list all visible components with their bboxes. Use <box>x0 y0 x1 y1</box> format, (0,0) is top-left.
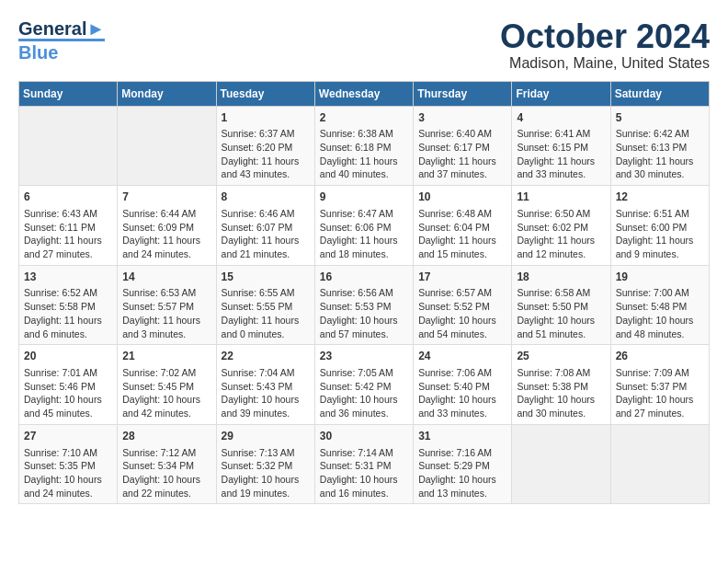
calendar-cell: 22Sunrise: 7:04 AMSunset: 5:43 PMDayligh… <box>216 345 314 425</box>
sunset-text: Sunset: 5:43 PM <box>222 381 293 392</box>
calendar-cell: 15Sunrise: 6:55 AMSunset: 5:55 PMDayligh… <box>216 265 314 345</box>
daylight-text: Daylight: 11 hours and 6 minutes. <box>24 315 102 339</box>
sunset-text: Sunset: 5:48 PM <box>616 301 688 312</box>
day-number: 19 <box>616 270 704 285</box>
sunset-text: Sunset: 5:57 PM <box>122 301 194 312</box>
sunset-text: Sunset: 5:40 PM <box>418 381 490 392</box>
daylight-text: Daylight: 11 hours and 43 minutes. <box>222 155 300 180</box>
daylight-text: Daylight: 11 hours and 27 minutes. <box>24 235 102 259</box>
sunset-text: Sunset: 5:32 PM <box>222 460 293 471</box>
daylight-text: Daylight: 11 hours and 30 minutes. <box>616 155 694 180</box>
col-saturday: Saturday <box>610 81 709 106</box>
sunrise-text: Sunrise: 6:40 AM <box>418 128 492 139</box>
day-number: 8 <box>222 190 310 205</box>
sunrise-text: Sunrise: 6:38 AM <box>320 128 393 139</box>
calendar-cell: 26Sunrise: 7:09 AMSunset: 5:37 PMDayligh… <box>610 345 709 425</box>
header-row: Sunday Monday Tuesday Wednesday Thursday… <box>19 81 710 106</box>
calendar-cell: 18Sunrise: 6:58 AMSunset: 5:50 PMDayligh… <box>512 265 610 345</box>
sunset-text: Sunset: 6:07 PM <box>222 222 293 233</box>
sunrise-text: Sunrise: 6:52 AM <box>24 287 97 298</box>
calendar-cell <box>19 106 118 186</box>
sunrise-text: Sunrise: 7:00 AM <box>616 287 689 298</box>
calendar-cell: 21Sunrise: 7:02 AMSunset: 5:45 PMDayligh… <box>118 345 216 425</box>
sunrise-text: Sunrise: 7:12 AM <box>122 447 196 458</box>
day-number: 5 <box>616 110 704 126</box>
sunset-text: Sunset: 6:00 PM <box>616 222 688 233</box>
sunrise-text: Sunrise: 7:05 AM <box>320 367 393 378</box>
day-number: 29 <box>222 429 310 444</box>
daylight-text: Daylight: 10 hours and 39 minutes. <box>222 394 300 419</box>
day-number: 7 <box>122 190 210 205</box>
sunset-text: Sunset: 5:52 PM <box>418 301 490 312</box>
sunset-text: Sunset: 6:04 PM <box>418 222 490 233</box>
calendar-cell: 28Sunrise: 7:12 AMSunset: 5:34 PMDayligh… <box>118 424 216 504</box>
sunrise-text: Sunrise: 7:04 AM <box>222 367 295 378</box>
sunset-text: Sunset: 5:34 PM <box>122 460 194 471</box>
day-number: 20 <box>24 349 112 364</box>
daylight-text: Daylight: 10 hours and 48 minutes. <box>616 315 694 339</box>
calendar-cell: 20Sunrise: 7:01 AMSunset: 5:46 PMDayligh… <box>19 345 118 425</box>
daylight-text: Daylight: 11 hours and 15 minutes. <box>418 235 496 259</box>
calendar-cell: 7Sunrise: 6:44 AMSunset: 6:09 PMDaylight… <box>118 186 216 266</box>
day-number: 14 <box>122 270 210 285</box>
calendar-cell: 2Sunrise: 6:38 AMSunset: 6:18 PMDaylight… <box>314 106 413 186</box>
calendar-cell: 10Sunrise: 6:48 AMSunset: 6:04 PMDayligh… <box>414 186 512 266</box>
day-number: 26 <box>616 349 704 364</box>
calendar-cell: 29Sunrise: 7:13 AMSunset: 5:32 PMDayligh… <box>216 424 314 504</box>
sunrise-text: Sunrise: 6:53 AM <box>122 287 196 298</box>
sunrise-text: Sunrise: 7:06 AM <box>418 367 492 378</box>
col-wednesday: Wednesday <box>314 81 413 106</box>
daylight-text: Daylight: 11 hours and 24 minutes. <box>122 235 200 259</box>
sunrise-text: Sunrise: 6:41 AM <box>517 128 590 139</box>
calendar-week-row: 6Sunrise: 6:43 AMSunset: 6:11 PMDaylight… <box>19 186 710 266</box>
daylight-text: Daylight: 11 hours and 0 minutes. <box>222 315 300 339</box>
sunrise-text: Sunrise: 6:42 AM <box>616 128 689 139</box>
day-number: 3 <box>418 110 506 126</box>
sunset-text: Sunset: 5:45 PM <box>122 381 194 392</box>
calendar-cell: 16Sunrise: 6:56 AMSunset: 5:53 PMDayligh… <box>314 265 413 345</box>
sunset-text: Sunset: 6:09 PM <box>122 222 194 233</box>
col-sunday: Sunday <box>19 81 118 106</box>
daylight-text: Daylight: 11 hours and 9 minutes. <box>616 235 694 259</box>
calendar-cell: 25Sunrise: 7:08 AMSunset: 5:38 PMDayligh… <box>512 345 610 425</box>
day-number: 18 <box>517 270 605 285</box>
sunrise-text: Sunrise: 6:51 AM <box>616 208 689 219</box>
daylight-text: Daylight: 10 hours and 22 minutes. <box>122 474 200 499</box>
sunset-text: Sunset: 5:53 PM <box>320 301 392 312</box>
sunset-text: Sunset: 5:38 PM <box>517 381 588 392</box>
sunrise-text: Sunrise: 6:58 AM <box>517 287 590 298</box>
sunset-text: Sunset: 5:31 PM <box>320 460 392 471</box>
day-number: 2 <box>320 110 408 126</box>
day-number: 27 <box>24 429 112 444</box>
sunrise-text: Sunrise: 6:44 AM <box>122 208 196 219</box>
sunrise-text: Sunrise: 7:01 AM <box>24 367 97 378</box>
col-monday: Monday <box>118 81 216 106</box>
logo-text-line1: General► <box>18 18 105 39</box>
sunset-text: Sunset: 5:35 PM <box>24 460 96 471</box>
daylight-text: Daylight: 10 hours and 19 minutes. <box>222 474 300 499</box>
calendar-cell: 23Sunrise: 7:05 AMSunset: 5:42 PMDayligh… <box>314 345 413 425</box>
sunrise-text: Sunrise: 6:37 AM <box>222 128 295 139</box>
calendar-cell: 19Sunrise: 7:00 AMSunset: 5:48 PMDayligh… <box>610 265 709 345</box>
calendar-cell: 13Sunrise: 6:52 AMSunset: 5:58 PMDayligh… <box>19 265 118 345</box>
daylight-text: Daylight: 11 hours and 21 minutes. <box>222 235 300 259</box>
sunset-text: Sunset: 6:17 PM <box>418 142 490 153</box>
sunrise-text: Sunrise: 6:56 AM <box>320 287 393 298</box>
sunrise-text: Sunrise: 6:46 AM <box>222 208 295 219</box>
day-number: 16 <box>320 270 408 285</box>
sunset-text: Sunset: 5:55 PM <box>222 301 293 312</box>
day-number: 24 <box>418 349 506 364</box>
day-number: 10 <box>418 190 506 205</box>
day-number: 31 <box>418 429 506 444</box>
day-number: 6 <box>24 190 112 205</box>
calendar-cell: 5Sunrise: 6:42 AMSunset: 6:13 PMDaylight… <box>610 106 709 186</box>
day-number: 4 <box>517 110 605 126</box>
day-number: 25 <box>517 349 605 364</box>
daylight-text: Daylight: 11 hours and 37 minutes. <box>418 155 496 180</box>
daylight-text: Daylight: 10 hours and 27 minutes. <box>616 394 694 419</box>
col-friday: Friday <box>512 81 610 106</box>
sunset-text: Sunset: 6:02 PM <box>517 222 588 233</box>
day-number: 11 <box>517 190 605 205</box>
daylight-text: Daylight: 11 hours and 40 minutes. <box>320 155 398 180</box>
sunrise-text: Sunrise: 7:09 AM <box>616 367 689 378</box>
